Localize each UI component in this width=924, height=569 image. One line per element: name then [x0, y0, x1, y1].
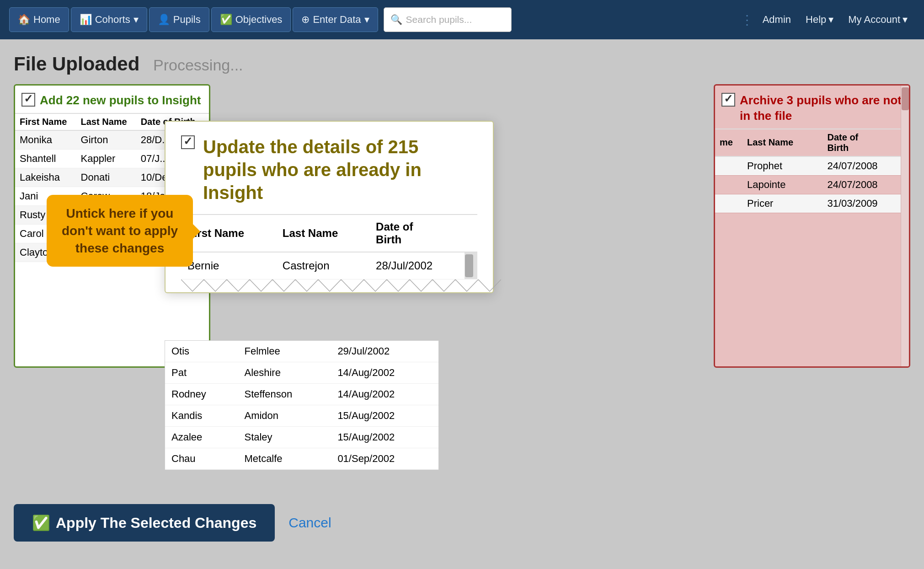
- table-cell: Lakeisha: [15, 168, 76, 187]
- table-cell: 29/Jul/2002: [331, 341, 438, 362]
- panel-green-checkbox[interactable]: [21, 93, 35, 107]
- table-cell: Amidon: [238, 405, 331, 427]
- modal-bottom-zigzag: [181, 279, 501, 292]
- my-account-button[interactable]: My Account ▾: [841, 7, 915, 32]
- table-row: Pricer31/03/2009: [715, 194, 909, 213]
- search-placeholder: Search pupils...: [406, 14, 472, 25]
- cell-dob: 28/Jul/2002: [369, 252, 465, 279]
- middle-data-panel: OtisFelmlee29/Jul/2002PatAleshire14/Aug/…: [165, 340, 439, 470]
- table-cell: Shantell: [15, 149, 76, 168]
- panel-green-header: Add 22 new pupils to Insight: [15, 86, 209, 113]
- table-cell: Chau: [165, 448, 238, 470]
- page-title: File Uploaded Processing...: [14, 53, 910, 75]
- modal-scroll-col: [465, 215, 477, 252]
- table-row: OtisFelmlee29/Jul/2002: [165, 341, 438, 362]
- modal-table-wrap: First Name Last Name Date ofBirth Bernie…: [181, 214, 477, 292]
- search-icon: 🔍: [390, 14, 402, 25]
- modal-col-lastname: Last Name: [276, 215, 369, 252]
- table-cell: Pat: [165, 362, 238, 384]
- admin-button[interactable]: Admin: [755, 7, 798, 32]
- enter-data-icon: ⊕: [301, 14, 310, 26]
- modal-checkbox[interactable]: [181, 135, 195, 149]
- modal-title-line2: pupils who are already in: [203, 160, 422, 180]
- apply-icon: ✅: [32, 514, 50, 531]
- modal-table: First Name Last Name Date ofBirth Bernie…: [181, 215, 477, 279]
- nav-right: ⋮ Admin Help ▾ My Account ▾: [739, 7, 915, 32]
- apply-label: Apply The Selected Changes: [56, 515, 256, 531]
- table-cell: 15/Aug/2002: [331, 405, 438, 427]
- pupils-icon: 👤: [158, 14, 170, 26]
- cohorts-chevron-icon: ▾: [134, 14, 139, 26]
- modal-update-pupils: Untick here if you don't want to apply t…: [165, 121, 494, 293]
- apply-changes-button[interactable]: ✅ Apply The Selected Changes: [14, 504, 275, 542]
- right-scrollbar-thumb: [902, 87, 909, 110]
- table-row: Lapointe24/07/2008: [715, 175, 909, 194]
- table-cell: 14/Aug/2002: [331, 384, 438, 405]
- table-cell: Monika: [15, 130, 76, 150]
- cell-lastname: Castrejon: [276, 252, 369, 279]
- main-content: File Uploaded Processing... Insight... A…: [0, 39, 924, 569]
- pupils-button[interactable]: 👤 Pupils: [149, 7, 209, 32]
- table-cell: [715, 156, 742, 176]
- table-row: AzaleeStaley15/Aug/2002: [165, 427, 438, 448]
- page-subtitle: Processing...: [153, 56, 243, 74]
- table-cell: Girton: [76, 130, 136, 150]
- tooltip-text: Untick here if you don't want to apply t…: [62, 206, 178, 255]
- cell-firstname: Bernie: [181, 252, 276, 279]
- cohorts-icon: 📊: [80, 14, 92, 26]
- home-label: Home: [33, 14, 60, 26]
- objectives-label: Objectives: [235, 14, 283, 26]
- modal-col-dob: Date ofBirth: [369, 215, 465, 252]
- table-cell: Otis: [165, 341, 238, 362]
- table-cell: 14/Aug/2002: [331, 362, 438, 384]
- home-button[interactable]: 🏠 Home: [9, 7, 69, 32]
- table-row: ChauMetcalfe01/Sep/2002: [165, 448, 438, 470]
- enter-data-label: Enter Data: [313, 14, 361, 26]
- table-cell: Rodney: [165, 384, 238, 405]
- enter-data-button[interactable]: ⊕ Enter Data ▾: [293, 7, 378, 32]
- navbar: 🏠 Home 📊 Cohorts ▾ 👤 Pupils ✅ Objectives…: [0, 0, 924, 39]
- col-lastname: Last Name: [76, 113, 136, 130]
- panel-red-header: Archive 3 pupils who are not in the file: [715, 86, 909, 129]
- pupils-label: Pupils: [173, 14, 201, 26]
- table-cell: [715, 175, 742, 194]
- table-cell: Steffenson: [238, 384, 331, 405]
- my-account-label: My Account: [848, 14, 900, 26]
- help-label: Help: [806, 14, 826, 26]
- table-row: RodneySteffenson14/Aug/2002: [165, 384, 438, 405]
- table-cell: Staley: [238, 427, 331, 448]
- tooltip-bubble: Untick here if you don't want to apply t…: [47, 195, 193, 267]
- cohorts-button[interactable]: 📊 Cohorts ▾: [71, 7, 147, 32]
- modal-title-line3: Insight: [203, 183, 263, 203]
- panel-red-title: Archive 3 pupils who are not in the file: [740, 93, 903, 124]
- table-row: KandisAmidon15/Aug/2002: [165, 405, 438, 427]
- panel-green-title: Add 22 new pupils to Insight: [40, 93, 201, 108]
- cancel-button[interactable]: Cancel: [288, 515, 331, 531]
- modal-scrollbar[interactable]: [465, 252, 477, 279]
- table-row: Prophet24/07/2008: [715, 156, 909, 176]
- table-row: Bernie Castrejon 28/Jul/2002: [181, 252, 477, 279]
- table-cell: Prophet: [742, 156, 823, 176]
- table-cell: 24/07/2008: [823, 175, 909, 194]
- table-cell: 24/07/2008: [823, 156, 909, 176]
- nav-divider: ⋮: [739, 12, 755, 27]
- red-col-lastname: Last Name: [742, 129, 823, 156]
- search-box[interactable]: 🔍 Search pupils...: [384, 7, 512, 32]
- panel-red-checkbox[interactable]: [721, 93, 735, 107]
- table-cell: [715, 194, 742, 213]
- table-cell: 01/Sep/2002: [331, 448, 438, 470]
- help-button[interactable]: Help ▾: [798, 7, 841, 32]
- table-cell: Donati: [76, 168, 136, 187]
- modal-title-line1: Update the details of 215: [203, 137, 418, 157]
- objectives-button[interactable]: ✅ Objectives: [211, 7, 291, 32]
- table-cell: Lapointe: [742, 175, 823, 194]
- table-cell: Kandis: [165, 405, 238, 427]
- table-cell: Pricer: [742, 194, 823, 213]
- modal-header: Update the details of 215 pupils who are…: [181, 135, 477, 204]
- page-title-text: File Uploaded: [14, 53, 139, 75]
- table-cell: 31/03/2009: [823, 194, 909, 213]
- table-cell: Felmlee: [238, 341, 331, 362]
- right-panel-scrollbar[interactable]: [901, 86, 909, 366]
- col-firstname: First Name: [15, 113, 76, 130]
- enter-data-chevron-icon: ▾: [364, 14, 369, 26]
